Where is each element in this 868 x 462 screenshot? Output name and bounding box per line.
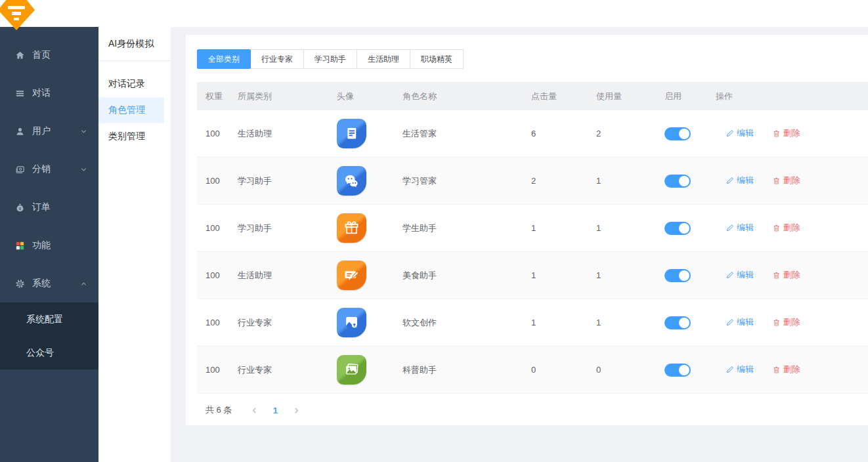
actions-cell: 编辑 删除 (707, 175, 868, 187)
delete-icon (772, 224, 781, 232)
category-cell: 生活助理 (229, 128, 328, 140)
edit-button[interactable]: 编辑 (726, 364, 754, 375)
delete-button[interactable]: 删除 (772, 316, 800, 328)
sidebar-item-dialogue[interactable]: 对话 (0, 74, 98, 112)
pagination-prev-button[interactable] (246, 402, 262, 418)
sidebar-item-label: 系统 (32, 278, 51, 289)
enable-cell (656, 269, 707, 282)
enable-toggle[interactable] (664, 222, 691, 235)
role-avatar-icon (343, 361, 360, 379)
delete-button[interactable]: 删除 (772, 127, 800, 139)
role-name-cell: 科普助手 (394, 364, 523, 376)
column-header-weight: 权重 (197, 91, 229, 102)
category-cell: 行业专家 (229, 317, 328, 329)
list-icon (14, 88, 26, 99)
user-icon (14, 126, 26, 137)
grid-icon (14, 240, 26, 251)
sidebar-item-label: 订单 (32, 201, 51, 213)
arrow-left-icon (251, 407, 258, 414)
delete-button[interactable]: 删除 (772, 269, 800, 281)
enable-toggle[interactable] (664, 175, 691, 188)
delete-icon (772, 271, 781, 280)
enable-toggle[interactable] (664, 269, 691, 282)
delete-button[interactable]: 删除 (772, 222, 800, 234)
weight-cell: 100 (197, 223, 229, 233)
arrow-right-icon (293, 407, 300, 414)
edit-button[interactable]: 编辑 (726, 222, 754, 234)
pagination-page-1[interactable]: 1 (267, 406, 283, 415)
sidebar-item-label: 分销 (32, 163, 51, 175)
edit-button-label: 编辑 (737, 127, 754, 139)
sidebar-item-distribution[interactable]: 分销 (0, 150, 98, 188)
category-tab[interactable]: 全部类别 (197, 49, 251, 69)
delete-button[interactable]: 删除 (772, 175, 800, 186)
edit-button-label: 编辑 (737, 269, 754, 281)
role-name-cell: 学生助手 (394, 222, 523, 234)
usage-cell: 2 (588, 129, 656, 138)
column-header-actions: 操作 (707, 91, 868, 102)
edit-icon (726, 224, 734, 232)
table-row: 100 生活助理 生活管家 6 2 (197, 110, 868, 158)
category-tab[interactable]: 行业专家 (250, 49, 304, 69)
category-tab[interactable]: 学习助手 (303, 49, 357, 69)
pagination: 共 6 条 1 (197, 400, 868, 420)
edit-button[interactable]: 编辑 (726, 127, 754, 139)
edit-button[interactable]: 编辑 (726, 316, 754, 328)
column-header-name: 角色名称 (394, 91, 523, 102)
enable-toggle[interactable] (664, 127, 691, 140)
edit-icon (726, 318, 734, 327)
clicks-cell: 1 (523, 270, 588, 280)
sidebar-item-features[interactable]: 功能 (0, 226, 98, 264)
delete-button-label: 删除 (783, 127, 800, 139)
category-tabs: 全部类别 行业专家 学习助手 生活助理 职场精英 (197, 49, 868, 69)
edit-button[interactable]: 编辑 (726, 269, 754, 281)
usage-cell: 1 (588, 270, 656, 280)
edit-icon (726, 177, 734, 185)
secondary-menu-item[interactable]: 类别管理 (98, 123, 171, 150)
role-name-cell: 学习管家 (394, 175, 523, 187)
usage-cell: 1 (588, 318, 656, 327)
delete-button[interactable]: 删除 (772, 364, 800, 375)
category-tab[interactable]: 生活助理 (357, 49, 410, 69)
sidebar-item-orders[interactable]: 订单 (0, 188, 98, 226)
category-tab[interactable]: 职场精英 (410, 49, 464, 69)
category-cell: 行业专家 (229, 364, 328, 376)
enable-cell (656, 316, 707, 329)
toggle-knob (679, 365, 689, 375)
toggle-knob (679, 129, 689, 139)
avatar-cell (328, 308, 394, 337)
edit-button-label: 编辑 (737, 222, 754, 234)
actions-cell: 编辑 删除 (707, 364, 868, 376)
table-row: 100 学习助手 学生助手 1 1 (197, 205, 868, 252)
sidebar-item-users[interactable]: 用户 (0, 112, 98, 150)
secondary-menu-item[interactable]: 对话记录 (98, 71, 171, 97)
secondary-menu-item[interactable]: 角色管理 (98, 97, 164, 123)
pagination-next-button[interactable] (288, 402, 304, 418)
sidebar-subitem-system-config[interactable]: 系统配置 (0, 303, 98, 336)
toggle-knob (679, 318, 689, 328)
home-icon (14, 50, 26, 61)
sidebar-item-home[interactable]: 首页 (0, 36, 98, 74)
sidebar-item-system[interactable]: 系统 (0, 264, 98, 303)
moneybag-icon (14, 202, 26, 213)
cards-icon (14, 164, 26, 175)
clicks-cell: 1 (523, 223, 588, 233)
usage-cell: 1 (588, 176, 656, 186)
role-name-cell: 软文创作 (394, 317, 523, 329)
enable-toggle[interactable] (664, 364, 691, 377)
usage-cell: 1 (588, 223, 656, 233)
edit-button[interactable]: 编辑 (726, 175, 754, 186)
content-card: 全部类别 行业专家 学习助手 生活助理 职场精英 权重 所属类别 头像 角色名称… (186, 35, 868, 425)
weight-cell: 100 (197, 176, 229, 186)
column-header-clicks: 点击量 (523, 91, 588, 102)
actions-cell: 编辑 删除 (707, 269, 868, 282)
enable-toggle[interactable] (664, 316, 691, 329)
role-avatar (337, 166, 366, 196)
avatar-cell (328, 213, 394, 243)
pagination-total: 共 6 条 (206, 404, 232, 416)
clicks-cell: 0 (523, 365, 588, 375)
edit-icon (726, 271, 734, 280)
role-avatar-icon (343, 314, 360, 331)
actions-cell: 编辑 删除 (707, 316, 868, 329)
sidebar-subitem-official-account[interactable]: 公众号 (0, 336, 98, 369)
